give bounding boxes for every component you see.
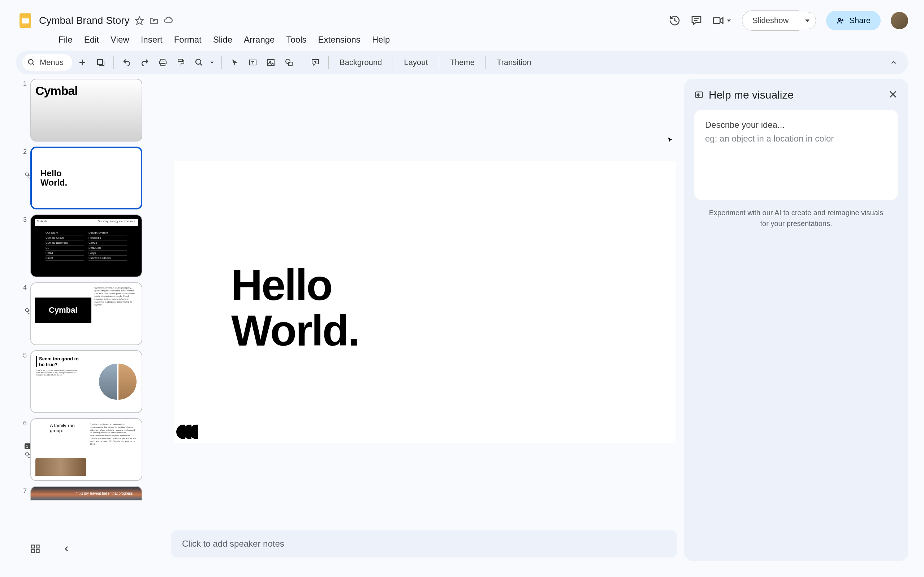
menu-format[interactable]: Format [169, 32, 206, 48]
svg-point-32 [26, 173, 29, 176]
menu-edit[interactable]: Edit [79, 32, 104, 48]
layout-button[interactable]: Layout [398, 55, 434, 70]
svg-point-28 [286, 59, 290, 64]
svg-rect-26 [268, 60, 274, 65]
share-label: Share [849, 16, 871, 25]
svg-rect-1 [22, 18, 29, 24]
background-button[interactable]: Background [334, 55, 388, 70]
grid-view-icon[interactable] [31, 544, 40, 555]
collapse-filmstrip-icon[interactable] [62, 545, 71, 554]
svg-marker-2 [135, 17, 144, 24]
canvas-area[interactable]: Hello World. [171, 79, 677, 525]
menu-arrange[interactable]: Arrange [239, 32, 280, 48]
slide-canvas[interactable]: Hello World. [173, 161, 675, 443]
slide-thumbnail-4[interactable]: Cymbal Cymbal is a fictitious leading co… [31, 282, 142, 345]
menu-slide[interactable]: Slide [208, 32, 237, 48]
cloud-icon[interactable] [164, 16, 174, 26]
slide-number: 2 [16, 147, 27, 156]
select-icon[interactable] [227, 55, 243, 71]
help-me-visualize-panel: Help me visualize Describe your idea... … [684, 79, 908, 561]
menu-view[interactable]: View [105, 32, 134, 48]
svg-rect-14 [98, 60, 103, 64]
prompt-input-card[interactable]: Describe your idea... eg: an object in a… [694, 110, 898, 200]
image-icon[interactable] [263, 55, 279, 71]
comment-add-icon[interactable] [307, 55, 323, 71]
shape-icon[interactable] [281, 55, 297, 71]
move-icon[interactable] [149, 16, 158, 25]
slide-thumbnail-2[interactable]: HelloWorld. [31, 147, 142, 210]
menu-file[interactable]: File [53, 32, 77, 48]
prompt-label: Describe your idea... [705, 120, 887, 130]
prompt-hint: eg: an object in a location in color [705, 134, 887, 144]
slideshow-dropdown[interactable] [799, 12, 816, 29]
user-avatar[interactable] [891, 12, 908, 29]
menus-label: Menus [40, 58, 64, 67]
slide-number: 4 [16, 282, 27, 292]
svg-line-20 [200, 64, 202, 65]
svg-marker-8 [805, 19, 810, 23]
filmstrip[interactable]: 1 Cymbal 2 HelloWorld. 3 ContentsOur sto [16, 79, 164, 538]
comments-icon[interactable] [691, 15, 702, 26]
svg-rect-29 [289, 62, 292, 66]
star-icon[interactable] [135, 16, 144, 25]
document-title[interactable]: Cymbal Brand Story [39, 15, 130, 26]
slide-thumbnail-1[interactable]: Cymbal [31, 79, 142, 142]
slide-thumbnail-6[interactable]: A family-run group. Cymbal is an America… [31, 418, 142, 481]
share-button[interactable]: Share [826, 11, 880, 30]
menu-insert[interactable]: Insert [136, 32, 168, 48]
panel-title: Help me visualize [709, 89, 883, 101]
menu-extensions[interactable]: Extensions [313, 32, 365, 48]
slide-thumbnail-7[interactable]: "It is my fervent belief that progress [31, 486, 142, 500]
slide-thumbnail-5[interactable]: Seem too good to be true? That's all. Cy… [31, 350, 142, 413]
slide-number: 1 [16, 79, 27, 88]
svg-point-9 [839, 18, 840, 21]
slide-number: 6 [16, 418, 27, 427]
close-icon[interactable] [888, 89, 898, 101]
cursor-icon [667, 137, 673, 144]
slide-number: 3 [16, 214, 27, 224]
collapse-toolbar-icon[interactable] [886, 55, 901, 71]
meet-icon[interactable] [712, 15, 732, 26]
new-slide-dropdown-icon[interactable] [92, 55, 108, 71]
svg-marker-42 [668, 137, 672, 142]
slide-number: 5 [16, 350, 27, 359]
print-icon[interactable] [155, 55, 171, 71]
svg-point-34 [26, 309, 29, 312]
new-slide-icon[interactable] [74, 55, 90, 71]
menus-search[interactable]: Menus [23, 54, 72, 71]
redo-icon[interactable] [137, 55, 153, 71]
paint-format-icon[interactable] [173, 55, 189, 71]
sparkle-icon [694, 90, 704, 100]
svg-rect-38 [32, 545, 35, 548]
slideshow-button[interactable]: Slideshow [742, 10, 799, 31]
toolbar: Menus Background Layout [16, 50, 908, 74]
menu-bar: File Edit View Insert Format Slide Arran… [7, 30, 917, 50]
svg-rect-41 [36, 550, 39, 553]
slide-title-text[interactable]: Hello World. [231, 262, 359, 353]
undo-icon[interactable] [119, 55, 135, 71]
history-icon[interactable] [669, 15, 681, 26]
svg-rect-40 [32, 550, 35, 553]
slides-logo[interactable] [16, 11, 35, 30]
app-header: Cymbal Brand Story [7, 7, 917, 30]
svg-marker-7 [727, 19, 731, 22]
menu-help[interactable]: Help [367, 32, 395, 48]
slide-thumbnail-3[interactable]: ContentsOur story, strategy and resource… [31, 214, 142, 277]
zoom-icon[interactable] [191, 55, 207, 71]
slide-logo-mark [176, 425, 196, 439]
zoom-dropdown-icon[interactable] [208, 55, 216, 71]
menu-tools[interactable]: Tools [281, 32, 311, 48]
svg-rect-5 [713, 18, 720, 24]
theme-button[interactable]: Theme [444, 55, 481, 70]
svg-point-36 [26, 453, 29, 455]
svg-rect-18 [178, 59, 182, 61]
transition-button[interactable]: Transition [491, 55, 537, 70]
speaker-notes[interactable]: Click to add speaker notes [171, 530, 677, 558]
speaker-notes-placeholder: Click to add speaker notes [182, 539, 284, 548]
svg-marker-22 [232, 60, 238, 66]
svg-marker-21 [210, 62, 213, 64]
svg-line-11 [32, 64, 34, 65]
panel-description: Experiment with our AI to create and rei… [694, 207, 898, 229]
text-box-icon[interactable] [245, 55, 261, 71]
svg-point-10 [29, 60, 33, 64]
